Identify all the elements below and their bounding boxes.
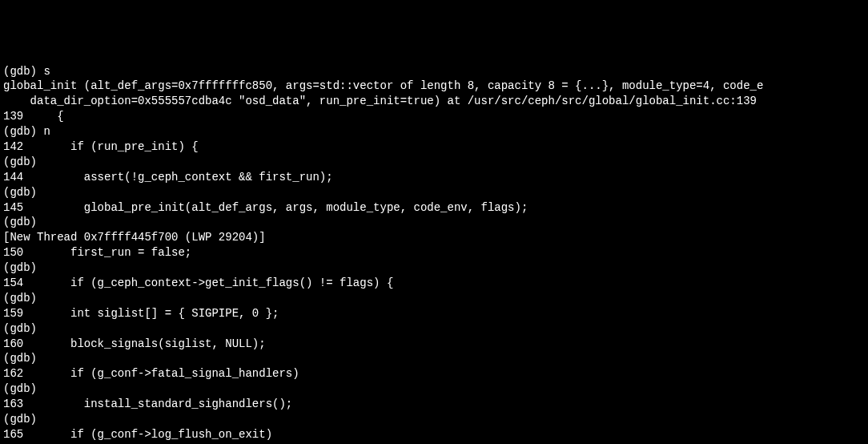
terminal-line: (gdb) — [3, 381, 865, 397]
terminal-line: (gdb) — [3, 291, 865, 306]
terminal-line: (gdb) — [3, 321, 865, 337]
terminal-line: 162 if (g_conf->fatal_signal_handlers) — [3, 366, 865, 381]
terminal-line: 165 if (g_conf->log_flush_on_exit) — [3, 427, 865, 442]
terminal-line: 150 first_run = false; — [3, 245, 865, 260]
terminal-line: (gdb) — [3, 351, 865, 366]
terminal-line: 163 install_standard_sighandlers(); — [3, 397, 865, 412]
terminal-line: (gdb) — [3, 412, 865, 427]
terminal-line: data_dir_option=0x555557cdba4c "osd_data… — [3, 94, 865, 109]
terminal-line: 139 { — [3, 109, 865, 124]
terminal-line: (gdb) — [3, 155, 865, 170]
terminal-line: (gdb) s — [3, 64, 865, 79]
terminal-line: (gdb) — [3, 260, 865, 276]
terminal-line: 160 block_signals(siglist, NULL); — [3, 337, 865, 352]
terminal-line: [New Thread 0x7ffff445f700 (LWP 29204)] — [3, 230, 865, 245]
terminal-line: (gdb) — [3, 185, 865, 200]
terminal-line: (gdb) — [3, 215, 865, 230]
terminal-line: (gdb) n — [3, 124, 865, 139]
terminal-line: 142 if (run_pre_init) { — [3, 139, 865, 155]
terminal-line: 154 if (g_ceph_context->get_init_flags()… — [3, 276, 865, 291]
terminal-output[interactable]: (gdb) sglobal_init (alt_def_args=0x7ffff… — [3, 64, 865, 444]
terminal-line: 144 assert(!g_ceph_context && first_run)… — [3, 170, 865, 185]
terminal-line: 159 int siglist[] = { SIGPIPE, 0 }; — [3, 306, 865, 321]
terminal-line: global_init (alt_def_args=0x7fffffffc850… — [3, 79, 865, 94]
terminal-line: 145 global_pre_init(alt_def_args, args, … — [3, 200, 865, 216]
